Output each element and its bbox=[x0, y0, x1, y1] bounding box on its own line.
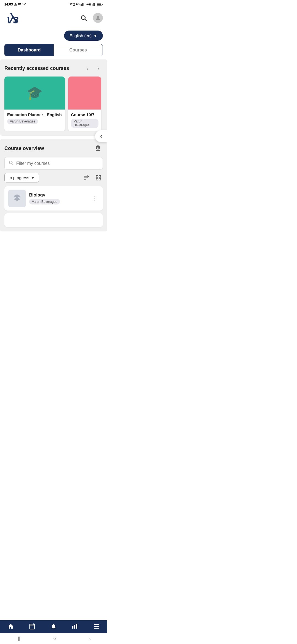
overview-header: Course overview bbox=[4, 143, 103, 153]
course-list-item-partial bbox=[4, 213, 103, 227]
course-list-item-1[interactable]: Biology Varun Beverages ⋮ bbox=[4, 186, 103, 211]
svg-rect-22 bbox=[99, 175, 101, 177]
filter-search-icon bbox=[9, 160, 13, 167]
in-progress-dropdown[interactable]: In progress ▼ bbox=[4, 173, 39, 182]
svg-rect-0 bbox=[81, 4, 81, 6]
recently-header: Recently accessed courses ‹ › bbox=[4, 64, 103, 73]
prev-arrow[interactable]: ‹ bbox=[83, 64, 92, 73]
nav-arrows: ‹ › bbox=[83, 64, 103, 73]
header-icons bbox=[79, 13, 103, 23]
course-card-2[interactable]: Course 10/7 Varun Beverages bbox=[68, 77, 101, 131]
search-button[interactable] bbox=[79, 13, 89, 23]
language-button[interactable]: English (en) ▼ bbox=[64, 31, 103, 41]
filter-input-wrapper bbox=[4, 157, 103, 170]
svg-rect-24 bbox=[99, 178, 101, 180]
svg-text:V3: V3 bbox=[7, 15, 18, 25]
tab-courses[interactable]: Courses bbox=[54, 44, 103, 56]
tab-dashboard[interactable]: Dashboard bbox=[5, 44, 54, 56]
recently-title: Recently accessed courses bbox=[4, 66, 69, 71]
course-overview-section: Course overview In progress ▼ bbox=[0, 139, 107, 231]
course-thumbnail-1 bbox=[8, 190, 26, 207]
svg-rect-21 bbox=[96, 175, 98, 177]
recently-accessed-section: Recently accessed courses ‹ › 🎓 Executio… bbox=[0, 59, 107, 136]
graduation-cap-icon: 🎓 bbox=[26, 85, 43, 101]
svg-rect-6 bbox=[94, 3, 94, 6]
svg-rect-1 bbox=[81, 4, 82, 6]
tab-bar: Dashboard Courses bbox=[4, 44, 103, 56]
course-card-image-2 bbox=[68, 77, 101, 110]
svg-rect-3 bbox=[83, 3, 84, 6]
course-card-body-1: Execution Planner - English Varun Bevera… bbox=[4, 110, 65, 127]
course-thumb-icon-1 bbox=[13, 193, 21, 204]
course-card-1[interactable]: 🎓 Execution Planner - English Varun Beve… bbox=[4, 77, 65, 131]
svg-rect-7 bbox=[94, 3, 95, 6]
svg-rect-9 bbox=[97, 3, 101, 5]
dropdown-chevron-icon: ▼ bbox=[31, 175, 35, 180]
warning-icon: ⚠ bbox=[14, 2, 17, 6]
svg-point-15 bbox=[97, 16, 99, 18]
chevron-down-icon: ▼ bbox=[93, 33, 97, 38]
course-card-body-2: Course 10/7 Varun Beverages bbox=[68, 110, 101, 131]
header: V3 bbox=[0, 7, 107, 29]
svg-rect-5 bbox=[93, 4, 93, 6]
message-icon: ✉ bbox=[18, 2, 21, 6]
svg-rect-23 bbox=[96, 178, 98, 180]
course-card-title-1: Execution Planner - English bbox=[7, 112, 62, 117]
logo: V3 bbox=[4, 10, 26, 26]
language-row: English (en) ▼ bbox=[0, 29, 107, 44]
course-list-tag-1: Varun Beverages bbox=[29, 199, 60, 204]
wifi-icon bbox=[22, 2, 26, 6]
filter-view-icons bbox=[82, 173, 103, 182]
floating-back-button[interactable] bbox=[95, 130, 107, 142]
svg-rect-2 bbox=[82, 3, 83, 6]
avatar[interactable] bbox=[93, 13, 103, 23]
course-tag-1: Varun Beverages bbox=[7, 119, 38, 124]
status-right: Vo)) 4G Vo)) bbox=[70, 3, 103, 6]
svg-rect-4 bbox=[92, 4, 92, 6]
course-card-image-1: 🎓 bbox=[4, 77, 65, 110]
download-button[interactable] bbox=[93, 143, 103, 153]
svg-rect-10 bbox=[102, 4, 103, 5]
course-list-info-1: Biology Varun Beverages bbox=[29, 193, 87, 204]
filter-row: In progress ▼ bbox=[4, 173, 103, 182]
course-tag-2: Varun Beverages bbox=[71, 119, 98, 128]
course-more-button-1[interactable]: ⋮ bbox=[91, 194, 99, 203]
sort-icon[interactable] bbox=[82, 173, 91, 182]
overview-title: Course overview bbox=[4, 146, 44, 151]
course-list-title-1: Biology bbox=[29, 193, 87, 198]
status-time: 14:03 bbox=[4, 2, 13, 6]
course-card-title-2: Course 10/7 bbox=[71, 112, 98, 117]
next-arrow[interactable]: › bbox=[94, 64, 103, 73]
svg-line-17 bbox=[12, 163, 13, 165]
status-bar: 14:03 ⚠ ✉ Vo)) 4G Vo)) bbox=[0, 0, 107, 7]
svg-line-14 bbox=[85, 19, 87, 21]
course-cards-row: 🎓 Execution Planner - English Varun Beve… bbox=[4, 77, 103, 131]
grid-view-icon[interactable] bbox=[94, 173, 103, 182]
filter-my-courses-input[interactable] bbox=[16, 161, 99, 166]
